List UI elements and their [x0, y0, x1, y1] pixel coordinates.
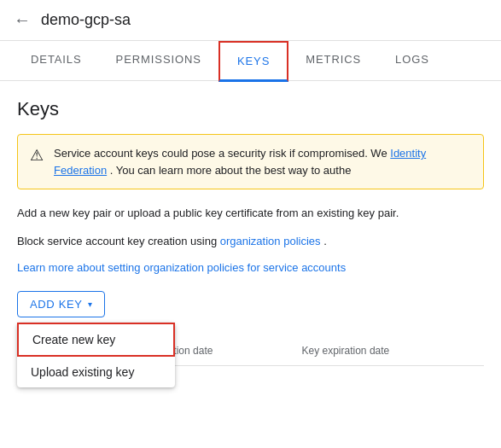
header: ← demo-gcp-sa	[0, 0, 501, 41]
section-title: Keys	[17, 98, 484, 120]
add-key-dropdown-container: ADD KEY ▾ Create new key Upload existing…	[17, 291, 105, 321]
warning-text-after: . You can learn more about the best way …	[110, 164, 352, 177]
page-title: demo-gcp-sa	[41, 11, 131, 29]
info-line-2-before: Block service account key creation using	[17, 235, 220, 247]
upload-existing-key-item[interactable]: Upload existing key	[17, 357, 175, 387]
warning-text-before: Service account keys could pose a securi…	[54, 147, 387, 160]
tab-keys[interactable]: KEYS	[218, 41, 288, 82]
back-button[interactable]: ←	[14, 10, 31, 30]
organization-policies-link[interactable]: organization policies	[220, 235, 321, 247]
warning-box: ⚠ Service account keys could pose a secu…	[17, 134, 484, 189]
tab-details[interactable]: DETAILS	[14, 41, 99, 81]
tab-metrics[interactable]: METRICS	[288, 41, 378, 81]
warning-icon: ⚠	[30, 146, 44, 165]
info-line-1: Add a new key pair or upload a public ke…	[17, 205, 484, 223]
chevron-down-icon: ▾	[88, 300, 93, 309]
back-icon: ←	[14, 10, 31, 30]
dropdown-menu: Create new key Upload existing key	[17, 323, 175, 387]
main-content: Keys ⚠ Service account keys could pose a…	[0, 81, 501, 383]
col-expiration-header: Key expiration date	[302, 345, 471, 357]
learn-more-link[interactable]: Learn more about setting organization po…	[17, 261, 484, 274]
info-line-2: Block service account key creation using…	[17, 233, 484, 251]
add-key-button[interactable]: ADD KEY ▾	[17, 291, 105, 317]
add-key-label: ADD KEY	[30, 298, 83, 311]
tab-permissions[interactable]: PERMISSIONS	[99, 41, 218, 81]
create-new-key-item[interactable]: Create new key	[17, 323, 175, 357]
info-line-2-after: .	[323, 235, 327, 247]
warning-text: Service account keys could pose a securi…	[54, 145, 471, 178]
tab-logs[interactable]: LOGS	[378, 41, 446, 81]
tabs-bar: DETAILS PERMISSIONS KEYS METRICS LOGS	[0, 41, 501, 81]
